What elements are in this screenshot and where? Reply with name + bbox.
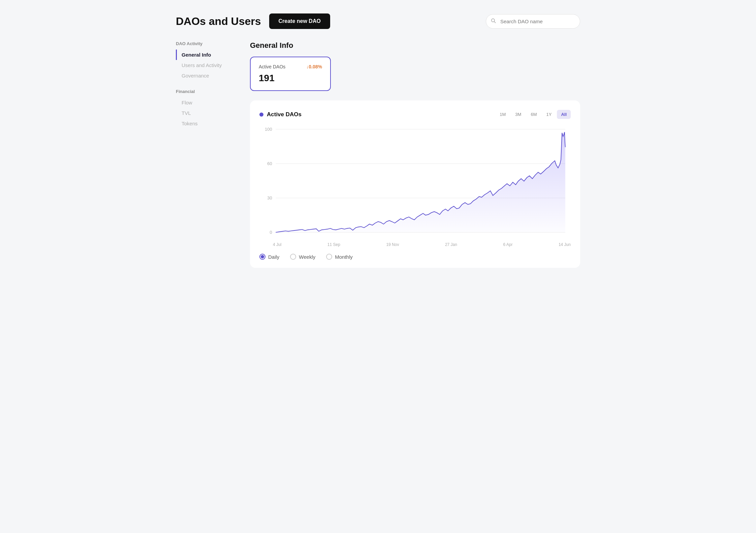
stat-card-value: 191 (259, 73, 322, 84)
radio-daily[interactable] (259, 254, 265, 260)
range-btn-3m[interactable]: 3M (511, 110, 525, 119)
period-daily[interactable]: Daily (259, 254, 279, 260)
sidebar-item-tvl[interactable]: TVL (176, 108, 237, 118)
financial-nav: Flow TVL Tokens (176, 97, 237, 129)
period-monthly-label: Monthly (335, 254, 353, 260)
period-weekly[interactable]: Weekly (290, 254, 315, 260)
sidebar-section-financial: Financial (176, 89, 237, 94)
period-monthly[interactable]: Monthly (326, 254, 353, 260)
x-axis-labels: 4 Jul 11 Sep 19 Nov 27 Jan 6 Apr 14 Jun (259, 240, 571, 247)
period-daily-label: Daily (268, 254, 279, 260)
period-weekly-label: Weekly (299, 254, 315, 260)
range-btn-1y[interactable]: 1Y (542, 110, 556, 119)
chart-card: Active DAOs 1M 3M 6M 1Y All (250, 100, 580, 268)
search-input[interactable] (486, 14, 580, 29)
chart-dot (259, 113, 263, 117)
sidebar-item-governance[interactable]: Governance (176, 70, 237, 81)
stat-card-change: ↓0.08% (306, 64, 322, 69)
sidebar-item-tokens[interactable]: Tokens (176, 118, 237, 129)
radio-monthly[interactable] (326, 254, 332, 260)
x-label-1: 4 Jul (273, 242, 281, 247)
x-label-4: 27 Jan (445, 242, 457, 247)
x-label-5: 6 Apr (503, 242, 512, 247)
svg-line-1 (494, 22, 496, 23)
chart-title: Active DAOs (259, 111, 302, 118)
page-title: DAOs and Users (176, 15, 261, 28)
x-label-3: 19 Nov (386, 242, 399, 247)
sidebar-section-dao-activity: DAO Activity (176, 41, 237, 46)
range-btn-6m[interactable]: 6M (527, 110, 541, 119)
x-label-2: 11 Sep (327, 242, 340, 247)
range-btn-all[interactable]: All (557, 110, 571, 119)
sidebar-item-users-activity[interactable]: Users and Activity (176, 60, 237, 70)
chart-range-buttons: 1M 3M 6M 1Y All (496, 110, 571, 119)
svg-text:100: 100 (265, 127, 272, 132)
active-daos-chart: 100 60 30 0 (259, 126, 571, 240)
svg-text:60: 60 (267, 161, 272, 166)
chart-container: 100 60 30 0 (259, 126, 571, 240)
svg-text:0: 0 (270, 230, 272, 235)
sidebar-item-flow[interactable]: Flow (176, 97, 237, 108)
period-selector: Daily Weekly Monthly (259, 254, 571, 260)
svg-text:30: 30 (267, 195, 272, 200)
sidebar: DAO Activity General Info Users and Acti… (176, 41, 237, 268)
range-btn-1m[interactable]: 1M (496, 110, 510, 119)
radio-weekly[interactable] (290, 254, 296, 260)
stat-card-label: Active DAOs (259, 64, 285, 69)
section-title: General Info (250, 41, 580, 50)
main-content: General Info Active DAOs ↓0.08% 191 Acti… (250, 41, 580, 268)
x-label-6: 14 Jun (559, 242, 571, 247)
search-wrapper (486, 14, 580, 29)
search-icon (491, 18, 496, 25)
dao-activity-nav: General Info Users and Activity Governan… (176, 50, 237, 81)
sidebar-item-general-info[interactable]: General Info (176, 50, 237, 60)
active-daos-card: Active DAOs ↓0.08% 191 (250, 57, 331, 91)
create-dao-button[interactable]: Create new DAO (269, 13, 330, 29)
